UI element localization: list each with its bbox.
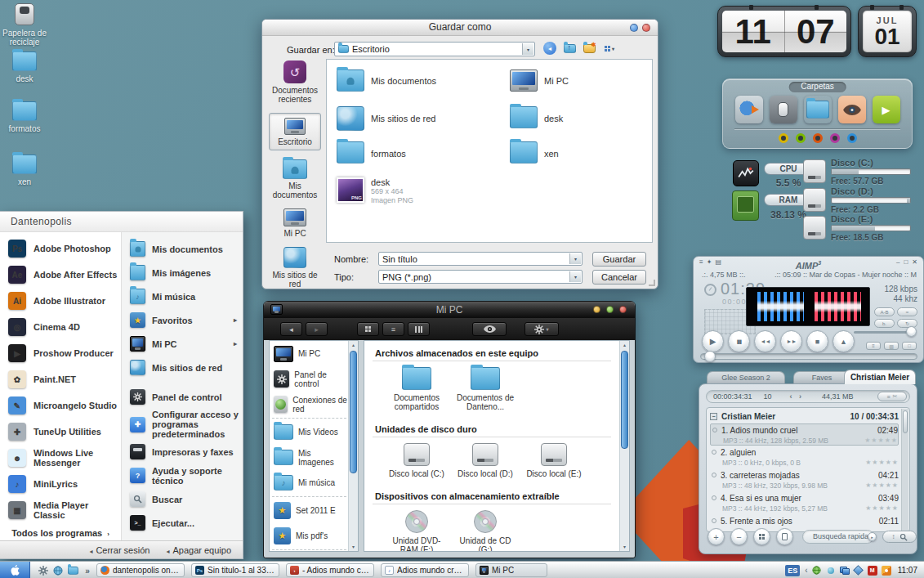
scroll-down-icon[interactable]: ▾ [349,543,358,551]
track-row[interactable]: 2. alguien MP3 :: 0 kHz, 0 kbps, 0 B★★★★… [710,446,899,468]
dock-page-dot-orange[interactable] [813,133,823,143]
task-photoshop[interactable]: PsSin titulo-1 al 33% (Cap... [191,563,279,577]
flow-button[interactable]: b. [874,319,895,328]
sidebar-item-my-pdfs[interactable]: ★Mis pdf's [270,523,349,549]
place-printers[interactable]: Impresoras y faxes [122,440,243,464]
log-off-button[interactable]: ◂Cerrar sesión [89,545,150,555]
place-network[interactable]: Mis sitios de red [269,247,321,289]
tray-collapse-icon[interactable]: ‹ [805,566,807,575]
sidebar-item-control-panel[interactable]: Panel de control [270,366,349,392]
scrollbar-thumb[interactable] [903,410,908,433]
content-item-disk-d[interactable]: Disco local (D:) [454,443,516,478]
playlist-tab-christian-meier[interactable]: Christian Meier [844,370,916,384]
view-list-button[interactable]: ≡ [382,322,404,336]
program-messenger[interactable]: ☻Windows Live Messenger [0,445,121,471]
task-minilyrics[interactable]: ♪Adios mundo cruel - Mi... [381,563,469,577]
taskbar-clock[interactable]: 11:07 [898,566,917,575]
track-row[interactable]: 1. Adios mundo cruel02:49 MP3 :: 44 kHz,… [710,423,899,446]
desktop-icon-formatos[interactable]: formatos [1,101,48,133]
place-run[interactable]: >_Ejecutar... [122,511,243,535]
tray-security-icon[interactable] [882,566,891,576]
content-scrollbar[interactable]: ▴ ▾ [619,341,629,551]
search-go-icon[interactable]: ▸ [868,532,877,541]
desktop-icon-desk[interactable]: desk [1,52,48,83]
ab-repeat-button[interactable]: A-B [874,307,895,316]
file-item[interactable]: xen [510,141,559,164]
save-in-combobox[interactable]: Escritorio ▾ [334,42,535,56]
seek-knob[interactable] [704,351,716,362]
playlist-toggle-button[interactable]: ≡ [866,342,881,350]
place-my-computer[interactable]: Mi PC [269,208,321,238]
language-indicator[interactable]: ES [785,565,800,576]
collapse-icon[interactable]: − [710,413,717,420]
settings-menu-button[interactable]: ▾ [524,322,559,336]
track-row[interactable]: 4. Esa si es una mujer03:49 MP3 :: 44 kH… [710,492,899,514]
quick-search-input[interactable]: Busqueda rapida [802,530,874,544]
content-item-shared-documents[interactable]: Documentos compartidos [386,367,448,411]
sidebar-item-my-videos[interactable]: Mis Videos [270,419,349,445]
file-item-image[interactable]: PNG desk 569 x 464 Imagen PNG [337,177,413,205]
seek-bar[interactable] [700,353,917,360]
playlist-tab-faves[interactable]: Faves [793,371,850,384]
place-my-music[interactable]: ♪Mi música [122,285,243,308]
minimize-button[interactable] [593,306,600,313]
program-microangelo[interactable]: ✎Microangelo Studio [0,392,121,419]
eject-button[interactable]: ▲ [832,330,855,352]
start-button[interactable] [0,562,30,578]
scroll-up-icon[interactable]: ▴ [620,341,629,349]
file-item[interactable]: desk [510,106,563,128]
content-item-dvd-drive[interactable]: Unidad DVD-RAM (F:) [386,510,448,552]
scroll-down-icon[interactable]: ▾ [620,543,629,551]
program-photoshop[interactable]: PsAdobe Photoshop [0,235,121,262]
scrollbar-thumb[interactable] [350,351,357,473]
track-row[interactable]: 3. carreteras mojadas04:21 MP3 :: 48 kHz… [710,469,899,491]
playlist-options-button[interactable]: ≡✂ [877,392,907,401]
all-programs-button[interactable]: Todos los programas› [0,528,121,538]
sidebar-item-my-images[interactable]: Mis Imagenes [270,445,349,470]
place-favorites[interactable]: ★Favoritos▸ [122,308,243,332]
volume-slider[interactable] [854,331,914,334]
program-after-effects[interactable]: AeAdobe After Effects [0,262,121,288]
program-tuneup[interactable]: ✚TuneUp Utilities [0,419,121,445]
close-button[interactable] [642,24,650,32]
file-item[interactable]: Mis documentos [337,69,436,92]
program-cinema-4d[interactable]: ◎Cinema 4D [0,314,121,340]
content-item-disk-c[interactable]: Disco local (C:) [386,443,448,478]
playlist-nav-arrows[interactable]: ‹ › [790,392,805,401]
dock-page-dot-yellow[interactable] [779,133,788,143]
combo-arrow-icon[interactable]: ▾ [522,43,533,55]
place-search[interactable]: Buscar [122,487,243,511]
playlist-scrollbar[interactable] [901,409,908,531]
place-my-computer[interactable]: Mi PC▸ [122,332,243,356]
forward-button[interactable]: ▸ [306,322,328,336]
close-button[interactable]: ✕ [912,258,917,266]
pause-button[interactable]: ▮▮ [728,330,750,352]
tray-messenger-icon[interactable]: M [868,566,877,576]
previous-button[interactable]: ◄◄ [754,330,776,352]
aimp-visualization[interactable] [746,287,870,326]
program-illustrator[interactable]: AiAdobe Illustrator [0,288,121,314]
dock-page-dot-blue[interactable] [847,133,857,143]
file-item[interactable]: Mi PC [510,69,569,92]
desktop-icon-xen[interactable]: xen [1,155,48,186]
folder-shortcut-icon[interactable] [804,96,832,123]
shuffle-button[interactable]: ≈ [897,307,917,316]
cancel-button[interactable]: Cancelar [592,270,646,285]
file-item[interactable]: formatos [337,141,406,164]
program-minilyrics[interactable]: ♪MiniLyrics [0,471,121,497]
playlist-doc-button[interactable] [776,528,793,545]
place-my-pictures[interactable]: Mis imágenes [122,261,243,285]
place-help[interactable]: ?Ayuda y soporte técnico [122,464,243,487]
view-details-button[interactable] [408,322,430,336]
scroll-up-icon[interactable]: ▴ [349,341,358,349]
combo-arrow-icon[interactable]: ▾ [569,271,581,282]
program-media-player-classic[interactable]: ▦Media Player Classic [0,497,121,523]
maximize-button[interactable]: □ [904,258,908,266]
content-item-user-documents[interactable]: Documentos de Danteno... [454,367,516,411]
file-name-input[interactable]: Sin título ▾ [378,252,583,266]
minimize-button[interactable] [630,24,638,32]
program-paint-net[interactable]: ✿Paint.NET [0,366,121,392]
place-desktop[interactable]: Escritorio [269,113,321,150]
sidebar-item-set-2011[interactable]: ★Set 2011 E [270,498,349,523]
network-place-icon[interactable] [735,96,763,123]
